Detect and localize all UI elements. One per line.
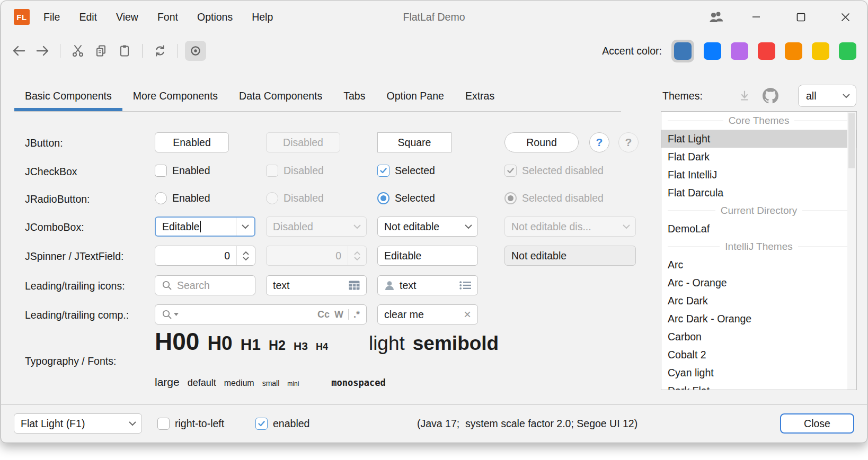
close-button[interactable]: Close bbox=[780, 413, 854, 434]
accent-swatch-purple[interactable] bbox=[731, 42, 748, 60]
not-editable-combobox[interactable]: Not editable bbox=[377, 217, 478, 237]
accent-swatch-default-blue[interactable] bbox=[674, 42, 692, 60]
tab-option-pane[interactable]: Option Pane bbox=[376, 80, 454, 111]
match-case-toggle[interactable]: Cc bbox=[317, 309, 330, 320]
copy-button[interactable] bbox=[91, 41, 112, 61]
tab-extras[interactable]: Extras bbox=[455, 80, 505, 111]
whole-words-toggle[interactable]: W bbox=[334, 309, 343, 320]
accent-swatch-red[interactable] bbox=[758, 42, 775, 60]
separator-line bbox=[794, 121, 850, 121]
theme-item-dark-flat[interactable]: Dark Flat bbox=[661, 382, 856, 390]
show-hidden-toggle-button[interactable] bbox=[185, 41, 206, 61]
accent-swatch-yellow[interactable] bbox=[812, 42, 829, 60]
theme-item-cobalt-2[interactable]: Cobalt 2 bbox=[661, 346, 856, 364]
editable-combobox[interactable]: Editable bbox=[155, 217, 255, 237]
radio-selected[interactable]: Selected bbox=[377, 192, 435, 204]
tab-basic-components[interactable]: Basic Components bbox=[14, 80, 122, 111]
textfield-with-person-icon[interactable]: text bbox=[377, 275, 478, 295]
textfield-with-table-icon[interactable]: text bbox=[266, 275, 367, 295]
table-icon[interactable] bbox=[349, 281, 360, 290]
clearable-textfield[interactable]: clear me × bbox=[377, 304, 478, 324]
themes-scrollbar[interactable] bbox=[847, 112, 856, 390]
minimize-button[interactable] bbox=[744, 1, 768, 33]
checkbox-checked-icon[interactable] bbox=[377, 165, 389, 177]
theme-item-arc-dark-orange[interactable]: Arc Dark - Orange bbox=[661, 310, 856, 328]
checkbox-enabled[interactable]: Enabled bbox=[155, 165, 210, 177]
checkbox-icon[interactable] bbox=[157, 418, 170, 430]
cut-button[interactable] bbox=[67, 41, 88, 61]
checkbox-icon[interactable] bbox=[155, 165, 167, 177]
menu-edit[interactable]: Edit bbox=[79, 11, 97, 23]
spinner-buttons[interactable] bbox=[236, 246, 255, 265]
caret-down-icon bbox=[174, 313, 179, 316]
theme-item-arc-orange[interactable]: Arc - Orange bbox=[661, 274, 856, 292]
tab-more-components[interactable]: More Components bbox=[122, 80, 228, 111]
back-button[interactable] bbox=[8, 41, 30, 61]
chevron-down-icon[interactable] bbox=[236, 218, 254, 236]
accent-swatch-blue[interactable] bbox=[704, 42, 721, 60]
clear-icon[interactable]: × bbox=[464, 308, 471, 321]
users-button[interactable] bbox=[701, 1, 732, 33]
menu-options[interactable]: Options bbox=[197, 11, 233, 23]
menu-font[interactable]: Font bbox=[157, 11, 178, 23]
spinner[interactable]: 0 bbox=[155, 246, 255, 266]
refresh-button[interactable] bbox=[149, 41, 171, 61]
regex-toggle[interactable]: .* bbox=[353, 309, 360, 320]
spinner-buttons bbox=[348, 246, 366, 265]
checkbox-label: Enabled bbox=[172, 165, 210, 177]
menu-help[interactable]: Help bbox=[252, 11, 273, 23]
tab-data-components[interactable]: Data Components bbox=[228, 80, 333, 111]
round-button[interactable]: Round bbox=[504, 132, 579, 152]
theme-item-cyan-light[interactable]: Cyan light bbox=[661, 364, 856, 382]
theme-item-demolaf[interactable]: DemoLaf bbox=[661, 220, 856, 238]
download-themes-button[interactable] bbox=[735, 86, 754, 105]
theme-item-flat-darcula[interactable]: Flat Darcula bbox=[661, 184, 856, 202]
github-button[interactable] bbox=[761, 86, 780, 105]
checkbox-checked-icon[interactable] bbox=[255, 418, 268, 430]
chevron-down-icon[interactable] bbox=[459, 217, 477, 236]
look-and-feel-combobox[interactable]: Flat Light (F1) bbox=[14, 413, 142, 434]
square-button[interactable]: Square bbox=[377, 132, 451, 152]
search-field-with-buttons[interactable]: Cc W .* bbox=[155, 304, 367, 324]
maximize-button[interactable] bbox=[789, 1, 813, 33]
themes-scrollbar-thumb[interactable] bbox=[848, 113, 855, 168]
theme-item-arc[interactable]: Arc bbox=[661, 256, 856, 274]
menu-view[interactable]: View bbox=[116, 11, 138, 23]
enabled-button[interactable]: Enabled bbox=[155, 132, 229, 152]
chevron-down-icon[interactable] bbox=[123, 414, 141, 433]
help-button[interactable]: ? bbox=[589, 132, 609, 152]
editable-textfield[interactable]: Editable bbox=[377, 246, 478, 266]
radio-selected-icon[interactable] bbox=[377, 192, 389, 204]
theme-item-flat-dark[interactable]: Flat Dark bbox=[661, 148, 856, 166]
close-window-button[interactable] bbox=[833, 1, 857, 33]
chevron-up-icon[interactable] bbox=[243, 251, 249, 255]
accent-swatch-orange[interactable] bbox=[785, 42, 802, 60]
radio-enabled[interactable]: Enabled bbox=[155, 192, 210, 204]
combobox-value[interactable]: Editable bbox=[156, 221, 236, 233]
paste-button[interactable] bbox=[114, 41, 135, 61]
forward-button[interactable] bbox=[32, 41, 53, 61]
theme-item-arc-dark[interactable]: Arc Dark bbox=[661, 292, 856, 310]
chevron-down-icon[interactable] bbox=[243, 257, 249, 260]
checkbox-selected[interactable]: Selected bbox=[377, 165, 435, 177]
accent-swatch-green[interactable] bbox=[839, 42, 856, 60]
radio-icon[interactable] bbox=[155, 192, 167, 204]
tab-tabs[interactable]: Tabs bbox=[333, 80, 376, 111]
spinner-disabled: 0 bbox=[266, 246, 367, 266]
search-field[interactable]: Search bbox=[155, 275, 255, 295]
theme-item-flat-light[interactable]: Flat Light bbox=[661, 130, 856, 148]
right-to-left-checkbox[interactable]: right-to-left bbox=[157, 418, 224, 430]
paste-icon bbox=[118, 44, 131, 58]
typography-sizes: large default medium small mini monospac… bbox=[155, 376, 386, 389]
menu-file[interactable]: File bbox=[43, 11, 60, 23]
spinner-value[interactable]: 0 bbox=[155, 250, 236, 262]
typography-row-label: Typography / Fonts: bbox=[25, 355, 116, 367]
search-with-menu-button[interactable] bbox=[162, 309, 179, 320]
themes-filter-combobox[interactable]: all bbox=[798, 85, 856, 107]
enabled-checkbox[interactable]: enabled bbox=[255, 418, 309, 430]
list-icon[interactable] bbox=[459, 281, 471, 290]
theme-item-carbon[interactable]: Carbon bbox=[661, 328, 856, 346]
theme-item-flat-intellij[interactable]: Flat IntelliJ bbox=[661, 166, 856, 184]
typography-h2: H2 bbox=[269, 338, 286, 353]
titlebar-controls bbox=[701, 1, 857, 33]
